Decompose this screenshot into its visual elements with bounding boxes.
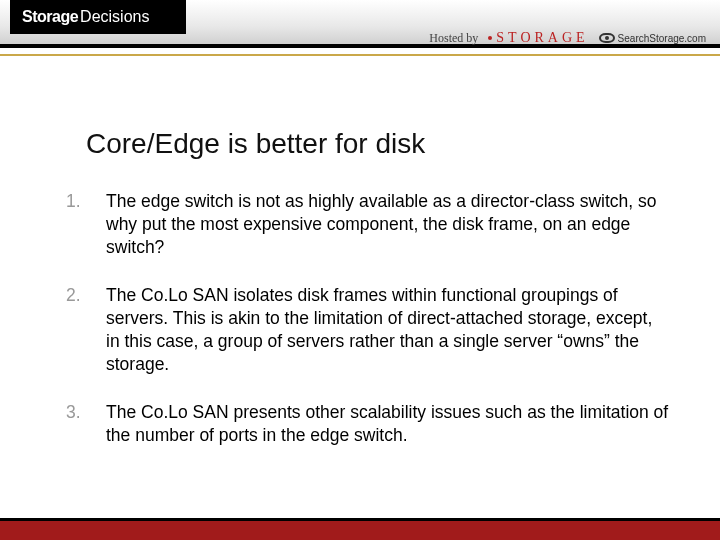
list-item-text: The Co.Lo SAN presents other scalability… xyxy=(106,402,668,445)
sponsor-storage-text: STORAGE xyxy=(496,30,588,46)
brand-text-light: Decisions xyxy=(80,8,149,26)
divider-rule xyxy=(0,54,720,56)
sponsor-searchstorage-logo: SearchStorage.com xyxy=(599,33,706,44)
list-item-text: The edge switch is not as highly availab… xyxy=(106,191,657,257)
footer-bar xyxy=(0,518,720,540)
list-item: The edge switch is not as highly availab… xyxy=(66,190,670,258)
sponsor-storage-logo: STORAGE xyxy=(488,30,588,46)
dot-icon xyxy=(488,36,492,40)
brand-logo: Storage Decisions xyxy=(10,0,186,34)
list-item: The Co.Lo SAN isolates disk frames withi… xyxy=(66,284,670,375)
slide: Storage Decisions Hosted by STORAGE Sear… xyxy=(0,0,720,540)
list-item-text: The Co.Lo SAN isolates disk frames withi… xyxy=(106,285,652,373)
hosted-by-label: Hosted by xyxy=(429,31,478,46)
brand-text-bold: Storage xyxy=(22,8,78,26)
bullet-list: The edge switch is not as highly availab… xyxy=(66,190,670,473)
slide-title: Core/Edge is better for disk xyxy=(86,128,425,160)
hosted-by-block: Hosted by STORAGE SearchStorage.com xyxy=(429,30,706,46)
header-band: Storage Decisions Hosted by STORAGE Sear… xyxy=(0,0,720,48)
eye-icon xyxy=(599,33,615,43)
list-item: The Co.Lo SAN presents other scalability… xyxy=(66,401,670,447)
sponsor-searchstorage-text: SearchStorage.com xyxy=(618,33,706,44)
